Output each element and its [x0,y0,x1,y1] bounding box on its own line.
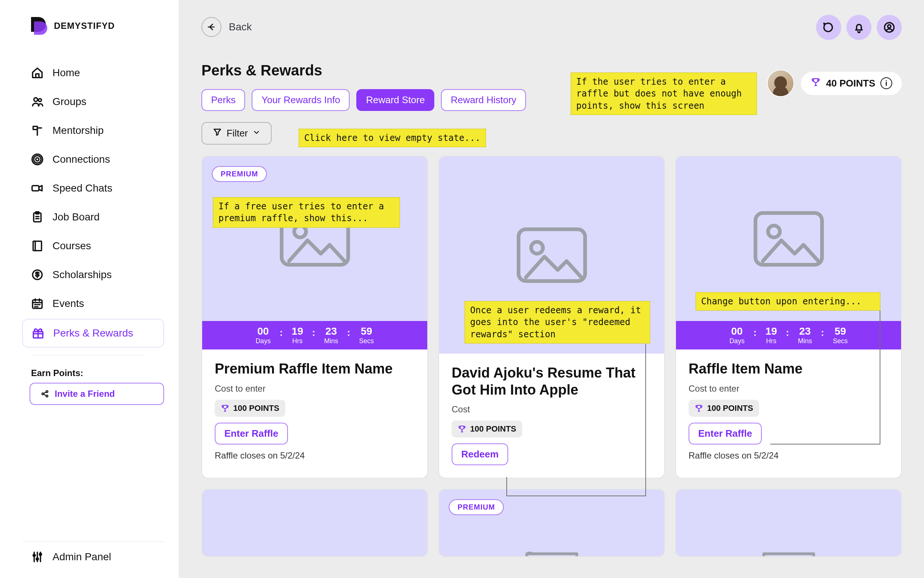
svg-point-1 [39,99,41,102]
chat-button[interactable] [816,15,841,40]
sidebar: DEMYSTIFYD Home Groups Mentorship Connec… [0,0,179,578]
tab-your-rewards-info[interactable]: Your Rewards Info [252,89,350,111]
svg-rect-5 [32,186,39,191]
annotation-redeemed-flow: Once a user redeems a reward, it goes in… [464,301,650,344]
annotation-connector [880,308,880,444]
raffle-closes-text: Raffle closes on 5/2/24 [215,450,415,461]
notifications-button[interactable] [846,15,872,40]
card-image-placeholder: PREMIUM [202,156,427,321]
sliders-icon [31,550,44,563]
filter-icon [212,127,222,140]
svg-point-19 [888,25,891,28]
divider [31,355,144,356]
sidebar-item-label: Events [52,298,84,310]
svg-point-15 [33,554,36,557]
reward-card [675,489,902,557]
sidebar-item-label: Speed Chats [52,182,112,194]
profile-button[interactable] [877,15,902,40]
sidebar-item-home[interactable]: Home [22,59,164,86]
sidebar-nav: Home Groups Mentorship Connections Speed… [22,59,164,347]
sidebar-item-label: Job Board [52,211,100,223]
sidebar-item-job-board[interactable]: Job Board [22,203,164,231]
sidebar-item-courses[interactable]: Courses [22,232,164,260]
sidebar-item-groups[interactable]: Groups [22,88,164,115]
connections-icon [31,153,44,166]
card-image-placeholder: PREMIUM [439,490,664,556]
back-label: Back [229,21,252,33]
annotation-premium-free-user: If a free user tries to enter a premium … [213,197,400,228]
card-image-placeholder [676,490,901,556]
share-icon [40,390,50,398]
sidebar-item-label: Courses [52,240,91,252]
sidebar-item-events[interactable]: Events [22,290,164,317]
main-content: Back Perks & Rewards Perks Your Rewards … [179,0,924,578]
tab-reward-history[interactable]: Reward History [441,89,526,111]
sidebar-item-mentorship[interactable]: Mentorship [22,117,164,144]
header-icons [816,15,902,40]
chevron-down-icon [252,128,261,139]
svg-point-3 [34,156,41,163]
info-icon[interactable]: i [880,77,892,89]
tab-reward-store[interactable]: Reward Store [356,89,434,111]
sidebar-item-perks-rewards[interactable]: Perks & Rewards [22,319,164,347]
annotation-connector [507,495,646,496]
logo-text: DEMYSTIFYD [54,21,115,31]
points-badge: 100 POINTS [215,400,285,417]
card-title: David Ajoku's Resume That Got Him Into A… [451,365,652,398]
calendar-icon [31,297,44,310]
filter-button[interactable]: Filter [201,122,272,144]
premium-badge: PREMIUM [449,499,504,515]
sidebar-item-speed-chats[interactable]: Speed Chats [22,175,164,202]
sidebar-item-label: Connections [52,153,110,165]
sidebar-item-label: Home [52,67,80,79]
card-title: Raffle Item Name [689,360,888,378]
sidebar-item-scholarships[interactable]: Scholarships [22,261,164,289]
admin-panel-label: Admin Panel [52,551,111,563]
annotation-insufficient-points: If the user tries to enter a raffle but … [571,73,757,115]
clipboard-icon [31,211,44,223]
gift-icon [32,327,44,339]
home-icon [31,67,44,79]
annotation-connector [507,477,507,495]
invite-friend-label: Invite a Friend [55,389,115,399]
annotation-connector [645,344,646,495]
svg-point-17 [40,553,42,555]
avatar[interactable] [767,70,794,97]
sidebar-item-label: Groups [52,96,86,108]
redeem-button[interactable]: Redeem [451,443,508,465]
annotation-change-button: Change button upon entering... [696,292,880,311]
raffle-closes-text: Raffle closes on 5/2/24 [689,450,888,461]
cd-hrs: 19 [291,325,303,337]
tab-perks[interactable]: Perks [201,89,245,111]
card-image-placeholder [202,490,427,556]
reward-card [201,489,428,557]
countdown-timer: 00Days: 19Hrs: 23Mins: 59Secs [676,321,901,349]
svg-point-0 [34,97,38,101]
cost-label: Cost to enter [215,383,415,394]
points-badge: 100 POINTS [451,421,522,437]
annotation-connector [770,444,880,445]
enter-raffle-button[interactable]: Enter Raffle [689,423,762,445]
points-badge: 100 POINTS [689,400,759,417]
points-cluster: 40 POINTS i [767,70,902,97]
svg-point-2 [36,158,39,161]
filter-label: Filter [227,128,248,139]
video-icon [31,182,44,195]
countdown-timer: 00Days: 19Hrs: 23Mins: 59Secs [202,321,427,349]
mentorship-icon [31,124,44,137]
svg-point-16 [36,558,39,560]
card-title: Premium Raffle Item Name [215,360,415,378]
enter-raffle-button[interactable]: Enter Raffle [215,423,288,445]
invite-friend-button[interactable]: Invite a Friend [29,383,164,405]
premium-badge: PREMIUM [212,166,267,182]
dollar-icon [31,268,44,281]
sidebar-item-label: Scholarships [52,269,112,281]
sidebar-item-connections[interactable]: Connections [22,146,164,173]
cd-secs: 59 [359,325,374,337]
back-link[interactable]: Back [201,17,902,37]
logo-mark-icon [28,15,50,37]
annotation-empty-state[interactable]: Click here to view empty state... [299,129,486,147]
points-pill: 40 POINTS i [801,72,902,95]
points-value: 40 POINTS [826,78,875,89]
admin-panel-link[interactable]: Admin Panel [22,541,164,578]
